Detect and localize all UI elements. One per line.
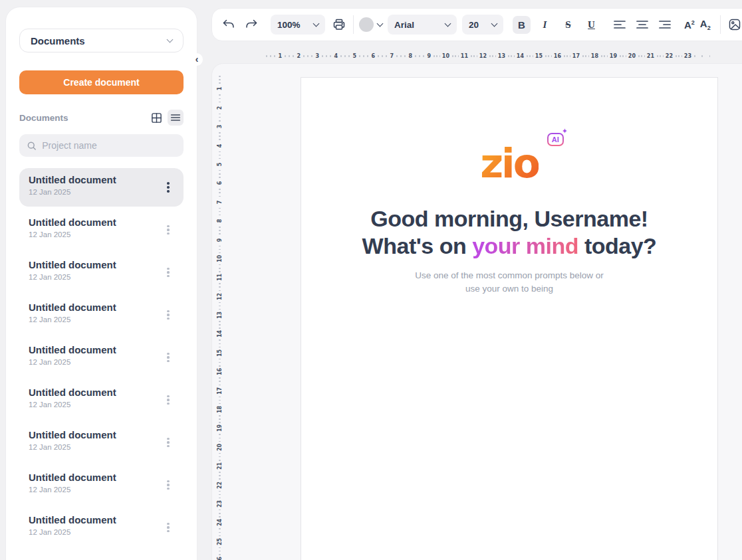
ruler-cell: 1: [215, 74, 225, 93]
document-title: Untitled document: [29, 472, 116, 483]
more-options-button[interactable]: [162, 174, 174, 201]
more-options-button[interactable]: [162, 344, 174, 371]
align-right-icon: [659, 20, 671, 29]
bold-button[interactable]: B: [513, 16, 531, 34]
sidebar-collapse-button[interactable]: ‹: [191, 53, 203, 66]
font-family-dropdown[interactable]: Arial: [388, 15, 457, 35]
ruler-cell: 19: [215, 414, 225, 432]
chevron-down-icon: [167, 36, 174, 43]
superscript-mark: 2: [691, 19, 695, 26]
document-list-item[interactable]: Untitled document 12 Jan 2025: [19, 338, 184, 377]
documents-section-header: Documents: [19, 110, 184, 126]
ruler-cell: 8: [395, 51, 414, 60]
italic-button[interactable]: I: [536, 16, 554, 34]
document-date: 12 Jan 2025: [29, 528, 116, 536]
align-left-button[interactable]: [611, 16, 628, 33]
document-title: Untitled document: [29, 387, 116, 398]
document-list-item[interactable]: Untitled document 12 Jan 2025: [19, 423, 184, 462]
horizontal-ruler: 1234567891011121314151617181920212223: [265, 51, 711, 60]
ruler-cell: [693, 51, 711, 60]
list-view-button[interactable]: [168, 110, 184, 126]
ruler-cell: 12: [215, 282, 225, 300]
print-button[interactable]: [330, 16, 348, 33]
document-item-info: Untitled document 12 Jan 2025: [29, 259, 116, 292]
ruler-cell: 4: [215, 131, 225, 149]
workspace-dropdown[interactable]: Documents: [19, 29, 184, 52]
greeting-line1: Good morning, Username!: [301, 205, 717, 233]
document-list-item[interactable]: Untitled document 12 Jan 2025: [19, 508, 184, 547]
superscript-button[interactable]: A2: [684, 19, 695, 31]
view-toggle-group: [148, 110, 184, 126]
document-item-info: Untitled document 12 Jan 2025: [29, 514, 116, 547]
more-options-button[interactable]: [162, 302, 174, 328]
chevron-down-icon: [491, 20, 498, 27]
ruler-cell: 13: [215, 301, 225, 320]
document-title: Untitled document: [29, 217, 116, 228]
strikethrough-button[interactable]: S: [559, 16, 577, 34]
document-item-info: Untitled document 12 Jan 2025: [29, 472, 116, 504]
ruler-cell: 6: [358, 51, 376, 60]
redo-icon: [245, 19, 258, 30]
ruler-cell: 12: [469, 51, 488, 60]
text-color-dropdown[interactable]: [359, 17, 382, 32]
more-options-button[interactable]: [162, 514, 174, 541]
more-options-button[interactable]: [162, 259, 174, 286]
more-options-button[interactable]: [162, 217, 174, 243]
ruler-cell: 21: [637, 51, 656, 60]
grid-view-button[interactable]: [148, 110, 164, 126]
ruler-cell: 18: [581, 51, 600, 60]
underline-button[interactable]: U: [582, 16, 600, 34]
document-date: 12 Jan 2025: [29, 486, 116, 494]
document-page[interactable]: zio AI ✦ Good morning, Username! What's …: [301, 77, 718, 560]
toolbar-divider: [720, 15, 721, 34]
document-list-item[interactable]: Untitled document 12 Jan 2025: [19, 466, 184, 504]
document-item-info: Untitled document 12 Jan 2025: [29, 302, 116, 334]
app: Documents Create document Documents Unti…: [0, 0, 742, 560]
more-options-button[interactable]: [162, 387, 174, 413]
document-list-item[interactable]: Untitled document 12 Jan 2025: [19, 168, 184, 207]
more-options-button[interactable]: [162, 429, 174, 456]
ruler-cell: 3: [215, 112, 225, 131]
grid-view-icon: [151, 112, 162, 124]
document-list-item[interactable]: Untitled document 12 Jan 2025: [19, 211, 184, 249]
workspace-dropdown-label: Documents: [31, 35, 85, 47]
align-right-button[interactable]: [656, 16, 674, 33]
search-field[interactable]: [19, 134, 184, 157]
zoom-level-dropdown[interactable]: 100%: [271, 15, 325, 35]
ruler-cell: 15: [215, 338, 225, 357]
logo-block: zio AI ✦: [301, 143, 717, 183]
ruler-cell: 13: [488, 51, 507, 60]
ruler-cell: 14: [215, 320, 225, 338]
chevron-down-icon: [445, 20, 451, 27]
ruler-cell: 10: [432, 51, 451, 60]
ruler-cell: 1: [265, 51, 283, 60]
document-list-item[interactable]: Untitled document 12 Jan 2025: [19, 253, 184, 292]
subscript-button[interactable]: A2: [700, 18, 711, 31]
ruler-cell: 7: [215, 187, 225, 206]
document-item-info: Untitled document 12 Jan 2025: [29, 429, 116, 462]
document-item-info: Untitled document 12 Jan 2025: [29, 174, 116, 207]
search-input[interactable]: [42, 140, 176, 151]
document-date: 12 Jan 2025: [29, 358, 116, 366]
ruler-cell: 7: [376, 51, 395, 60]
ruler-cell: 23: [215, 490, 225, 508]
more-options-button[interactable]: [162, 472, 174, 498]
align-center-button[interactable]: [634, 16, 651, 33]
align-center-icon: [636, 20, 648, 29]
document-list-item[interactable]: Untitled document 12 Jan 2025: [19, 296, 184, 334]
document-date: 12 Jan 2025: [29, 316, 116, 324]
greeting-heading: Good morning, Username! What's on your m…: [301, 205, 717, 260]
document-list-item[interactable]: Untitled document 12 Jan 2025: [19, 381, 184, 419]
greeting-line2-after: today?: [578, 233, 656, 258]
ruler-cell: 9: [215, 225, 225, 244]
ruler-cell: 11: [451, 51, 469, 60]
redo-button[interactable]: [243, 16, 260, 33]
sidebar: Documents Create document Documents Unti…: [5, 7, 197, 560]
document-list: Untitled document 12 Jan 2025 Untitled d…: [19, 168, 184, 547]
ruler-cell: 22: [656, 51, 674, 60]
undo-button[interactable]: [220, 16, 237, 33]
create-document-button[interactable]: Create document: [19, 70, 184, 94]
ruler-cell: 10: [215, 244, 225, 263]
font-size-dropdown[interactable]: 20: [462, 15, 503, 35]
insert-image-button[interactable]: [726, 16, 742, 33]
